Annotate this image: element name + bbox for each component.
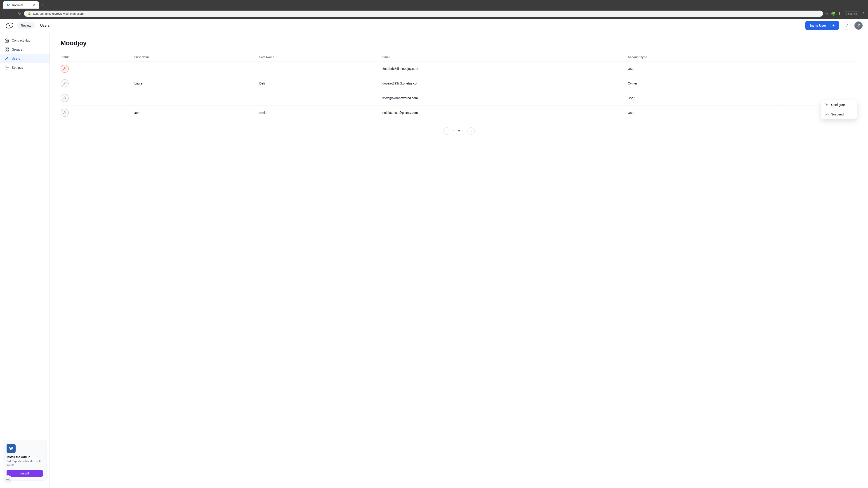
sidebar-label-settings: Settings	[12, 66, 23, 69]
col-status: Status	[61, 53, 131, 61]
col-email: Email	[379, 53, 624, 61]
url-text: app.robinai.co.uk/review/settings/users/	[33, 12, 85, 15]
col-actions	[772, 53, 857, 61]
context-menu-suspend[interactable]: Suspend	[821, 109, 857, 119]
status-cell	[61, 105, 131, 120]
user-avatar	[61, 94, 69, 102]
user-avatar-pending	[61, 65, 69, 73]
sidebar-item-groups[interactable]: Groups	[0, 45, 50, 54]
last-name-cell: Smith	[256, 105, 379, 120]
app-body: Contract Hub Groups Users Settings	[0, 32, 868, 488]
next-page-btn[interactable]: →	[467, 127, 475, 135]
svg-rect-2	[5, 48, 6, 49]
sidebar-item-settings[interactable]: Settings	[0, 63, 50, 72]
table-head: Status First Name Last Name Email Accoun…	[61, 53, 857, 61]
users-table: Status First Name Last Name Email Accoun…	[61, 53, 857, 120]
user-avatar-button[interactable]: LD	[855, 22, 863, 30]
status-cell	[61, 76, 131, 91]
bookmark-icon[interactable]: ☆	[825, 11, 828, 16]
browser-toolbar: ← → ↻ 🔒 app.robinai.co.uk/review/setting…	[0, 8, 868, 19]
prev-page-btn[interactable]: ←	[443, 127, 450, 135]
col-last-name: Last Name	[256, 53, 379, 61]
svg-rect-3	[7, 48, 8, 49]
download-icon[interactable]: ⬇	[838, 11, 841, 16]
last-name-cell	[256, 91, 379, 105]
first-name-cell	[131, 61, 256, 76]
user-icon	[4, 56, 9, 61]
sidebar-item-contract-hub[interactable]: Contract Hub	[0, 36, 50, 45]
svg-point-6	[6, 57, 8, 59]
extension-icon[interactable]: 🧩	[831, 11, 835, 16]
browser-tab-bar: 🐦 Robin AI ✕ +	[0, 0, 868, 8]
new-tab-btn[interactable]: +	[40, 2, 46, 8]
nav-review-pill[interactable]: Review	[17, 22, 35, 29]
row-more-btn-4[interactable]: ⋮	[775, 109, 783, 116]
svg-point-15	[64, 111, 65, 113]
svg-point-11	[827, 104, 828, 105]
row-more-btn-1[interactable]: ⋮	[775, 65, 783, 72]
suspend-label: Suspend	[831, 112, 844, 116]
main-content: Moodjoy Status First Name Last Name Emai…	[50, 32, 868, 488]
floating-settings-icon	[6, 477, 10, 482]
account-type-cell: User	[624, 105, 772, 120]
table-header-row: Status First Name Last Name Email Accoun…	[61, 53, 857, 61]
col-first-name: First Name	[131, 53, 256, 61]
of-label: of	[458, 129, 460, 133]
word-icon: W	[6, 444, 16, 453]
app-header: Review Users Invite User 👤+ ? LD	[0, 19, 868, 32]
first-name-cell	[131, 91, 256, 105]
page-title: Users	[40, 24, 50, 27]
user-icon-row	[63, 96, 67, 100]
actions-cell: ⋮	[772, 61, 857, 76]
account-type-cell: User	[624, 61, 772, 76]
sidebar-item-users[interactable]: Users	[0, 54, 50, 63]
svg-point-10	[64, 97, 65, 98]
pagination: ← 1 of 1 →	[61, 127, 857, 135]
help-button[interactable]: ?	[843, 22, 851, 30]
back-btn[interactable]: ←	[3, 11, 8, 17]
svg-point-1	[8, 25, 10, 26]
menu-icon[interactable]: ⋮	[862, 11, 865, 16]
user-icon-row	[63, 81, 67, 86]
invite-user-button[interactable]: Invite User 👤+	[805, 21, 839, 30]
email-cell: dopejot393@konetas.com	[379, 76, 624, 91]
account-type-cell: User	[624, 91, 772, 105]
settings-icon	[4, 65, 9, 70]
users-table-wrapper: Status First Name Last Name Email Accoun…	[61, 53, 857, 120]
user-avatar	[61, 79, 69, 88]
gear-icon	[825, 103, 829, 107]
svg-point-8	[64, 67, 65, 69]
col-account-type: Account Type	[624, 53, 772, 61]
sidebar-label-contract-hub: Contract Hub	[12, 39, 30, 42]
home-icon	[4, 38, 9, 43]
row-more-btn-3[interactable]: ⋮	[775, 94, 783, 102]
logo[interactable]	[5, 22, 13, 30]
addon-install-button[interactable]: Install	[6, 470, 43, 477]
table-row: lxkvt@akirapowered.com User ⋮	[61, 91, 857, 105]
forward-btn[interactable]: →	[10, 11, 16, 17]
sidebar-label-users: Users	[12, 57, 20, 60]
svg-point-12	[826, 113, 827, 114]
svg-rect-5	[7, 50, 8, 51]
svg-point-16	[8, 479, 9, 480]
floating-settings-btn[interactable]	[4, 475, 12, 484]
address-bar[interactable]: 🔒 app.robinai.co.uk/review/settings/user…	[24, 10, 823, 17]
account-type-cell: Owner	[624, 76, 772, 91]
table-row: 8e1bbdc8@moodjoy.com User ⋮	[61, 61, 857, 76]
total-pages: 1	[463, 129, 465, 133]
email-cell: nejek62251@ploncy.com	[379, 105, 624, 120]
grid-icon	[4, 47, 9, 52]
org-title: Moodjoy	[61, 39, 857, 47]
row-more-btn-2[interactable]: ⋮	[775, 80, 783, 87]
active-tab[interactable]: 🐦 Robin AI ✕	[3, 1, 39, 8]
reload-btn[interactable]: ↻	[17, 11, 22, 17]
sidebar: Contract Hub Groups Users Settings	[0, 32, 50, 488]
incognito-label[interactable]: Incognito	[844, 11, 859, 16]
addon-desc: Get Reports within Microsoft Word!	[6, 459, 43, 467]
context-menu-configure[interactable]: Configure	[821, 100, 857, 109]
tab-close-btn[interactable]: ✕	[33, 3, 35, 6]
user-pending-icon	[63, 67, 67, 71]
first-name-cell: John	[131, 105, 256, 120]
svg-rect-4	[5, 50, 6, 51]
table-row: John Smith nejek62251@ploncy.com User ⋮	[61, 105, 857, 120]
